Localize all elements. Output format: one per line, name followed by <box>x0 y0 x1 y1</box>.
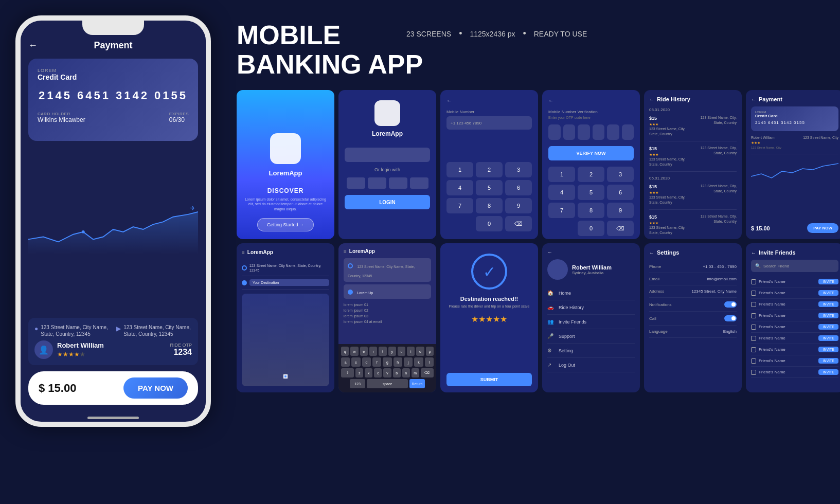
ride-history-back[interactable]: ← <box>649 97 654 102</box>
key-k[interactable]: k <box>414 357 423 367</box>
social-btn-1[interactable] <box>347 177 365 189</box>
login-phone-input[interactable] <box>345 148 430 162</box>
map-kb-to[interactable]: Lorem Up <box>344 284 431 299</box>
key-d[interactable]: d <box>362 357 371 367</box>
friend-5-checkbox[interactable] <box>751 325 756 330</box>
verify-button[interactable]: VERIFY NOW <box>548 146 634 160</box>
v-numpad-8[interactable]: 8 <box>578 203 604 218</box>
invite-btn-2[interactable]: INVITE <box>818 290 838 296</box>
key-g[interactable]: g <box>383 357 391 367</box>
v-numpad-6[interactable]: 6 <box>607 185 634 200</box>
key-t[interactable]: t <box>379 347 386 356</box>
otp-box-4[interactable] <box>593 124 605 140</box>
invite-btn-8[interactable]: INVITE <box>818 358 838 364</box>
key-n[interactable]: n <box>402 368 410 377</box>
key-c[interactable]: c <box>374 368 382 377</box>
v-numpad-9[interactable]: 9 <box>607 203 634 218</box>
v-numpad-3[interactable]: 3 <box>607 167 634 182</box>
verify-back[interactable]: ← <box>548 98 634 103</box>
numpad-1[interactable]: 1 <box>446 162 473 177</box>
invite-btn-5[interactable]: INVITE <box>818 324 838 330</box>
menu-home[interactable]: 🏠 Home <box>547 286 635 300</box>
numpad-5[interactable]: 5 <box>476 180 503 195</box>
key-h[interactable]: h <box>394 357 402 367</box>
menu-logout[interactable]: ↗ Log Out <box>547 358 635 372</box>
numpad-2[interactable]: 2 <box>476 162 503 177</box>
key-v[interactable]: v <box>383 368 391 377</box>
numpad-6[interactable]: 6 <box>505 180 532 195</box>
key-e[interactable]: e <box>360 347 368 356</box>
invite-btn-1[interactable]: INVITE <box>818 279 838 284</box>
list-to-row[interactable]: Your Destination <box>242 276 329 290</box>
key-space[interactable]: space <box>367 379 408 388</box>
suggestion-4[interactable]: lorem ipsum 04 at email <box>344 320 431 323</box>
suggestion-1[interactable]: lorem ipsum 01 <box>344 303 431 307</box>
profile-back-btn[interactable]: ← <box>547 249 552 255</box>
v-numpad-backspace[interactable]: ⌫ <box>607 221 634 236</box>
key-u[interactable]: u <box>398 347 405 356</box>
invite-btn-9[interactable]: INVITE <box>818 369 838 375</box>
key-backspace[interactable]: ⌫ <box>421 368 434 377</box>
friend-6-checkbox[interactable] <box>751 336 756 341</box>
friend-3-checkbox[interactable] <box>751 302 756 307</box>
invite-btn-7[interactable]: INVITE <box>818 347 838 352</box>
login-button[interactable]: LOGIN <box>345 195 430 209</box>
key-l[interactable]: l <box>425 357 434 367</box>
splash-button[interactable]: Getting Started → <box>257 218 314 231</box>
friend-9-checkbox[interactable] <box>751 370 756 375</box>
v-numpad-5[interactable]: 5 <box>578 185 604 200</box>
key-r[interactable]: r <box>369 347 377 356</box>
submit-button[interactable]: SUBMIT <box>446 373 532 386</box>
suggestion-2[interactable]: lorem ipsum 02 <box>344 309 431 312</box>
v-numpad-7[interactable]: 7 <box>548 203 575 218</box>
payment-back[interactable]: ← <box>751 97 756 102</box>
numpad-4[interactable]: 4 <box>446 180 473 195</box>
numpad-0[interactable]: 0 <box>476 216 503 231</box>
key-w[interactable]: w <box>350 347 358 356</box>
hamburger-icon[interactable]: ≡ <box>242 249 245 255</box>
menu-support[interactable]: 🎤 Support <box>547 329 635 344</box>
friend-1-checkbox[interactable] <box>751 279 756 284</box>
map-kb-hamburger[interactable]: ≡ <box>344 248 347 254</box>
mini-pay-button[interactable]: PAY NOW <box>807 223 838 233</box>
map-kb-from[interactable]: 123 Street Name, City Name, State, Count… <box>344 258 431 282</box>
social-btn-3[interactable] <box>389 177 407 189</box>
key-m[interactable]: m <box>412 368 419 377</box>
friend-8-checkbox[interactable] <box>751 358 756 364</box>
key-q[interactable]: q <box>341 347 349 356</box>
friend-4-checkbox[interactable] <box>751 313 756 318</box>
key-z[interactable]: z <box>355 368 363 377</box>
menu-invite-friends[interactable]: 👥 Invite Friends <box>547 315 635 329</box>
v-numpad-0[interactable]: 0 <box>578 221 604 236</box>
invite-btn-6[interactable]: INVITE <box>818 335 838 341</box>
numpad-9[interactable]: 9 <box>505 198 532 213</box>
suggestion-3[interactable]: lorem ipsum 03 <box>344 314 431 318</box>
list-from-row[interactable]: 123 Street Name, City Name, State, Count… <box>242 260 329 276</box>
key-p[interactable]: p <box>426 347 434 356</box>
pay-now-button[interactable]: PAY NOW <box>123 377 188 399</box>
key-b[interactable]: b <box>393 368 401 377</box>
key-y[interactable]: y <box>388 347 396 356</box>
otp-box-2[interactable] <box>563 124 576 140</box>
numpad-7[interactable]: 7 <box>446 198 473 213</box>
menu-setting[interactable]: ⚙ Setting <box>547 344 635 358</box>
key-shift[interactable]: ⇧ <box>341 368 354 377</box>
invite-btn-4[interactable]: INVITE <box>818 313 838 318</box>
key-return[interactable]: Return <box>409 379 425 388</box>
social-btn-2[interactable] <box>368 177 386 189</box>
key-a[interactable]: a <box>341 357 350 367</box>
v-numpad-2[interactable]: 2 <box>578 167 604 182</box>
key-f[interactable]: f <box>372 357 381 367</box>
key-123[interactable]: 123 <box>350 379 365 388</box>
notifications-toggle[interactable] <box>724 301 737 308</box>
invite-back[interactable]: ← <box>751 250 756 256</box>
phone-otp-back[interactable]: ← <box>446 98 532 103</box>
otp-box-5[interactable] <box>607 124 619 140</box>
call-toggle[interactable] <box>724 315 737 321</box>
otp-box-6[interactable] <box>622 124 634 140</box>
invite-btn-3[interactable]: INVITE <box>818 301 838 307</box>
friend-2-checkbox[interactable] <box>751 291 756 296</box>
numpad-3[interactable]: 3 <box>505 162 532 177</box>
key-j[interactable]: j <box>404 357 413 367</box>
menu-ride-history[interactable]: 🚗 Ride History <box>547 300 635 315</box>
